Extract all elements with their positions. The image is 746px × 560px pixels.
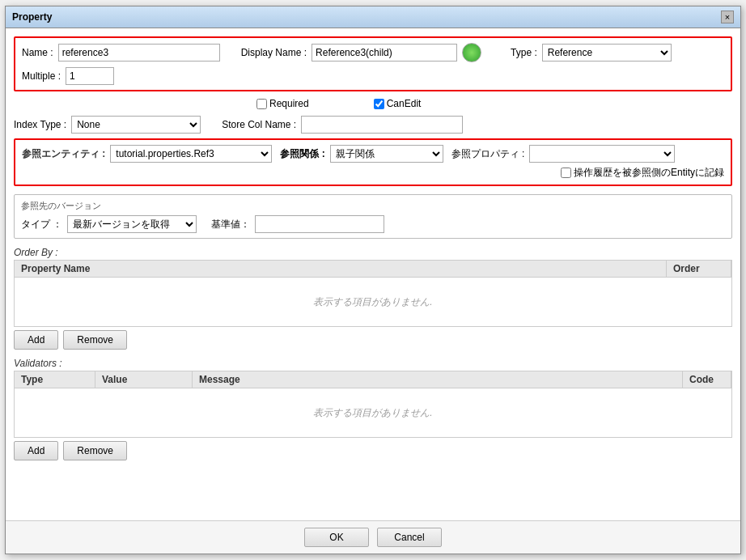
multiple-label: Multiple : [22, 70, 61, 82]
ref-relation-label: 参照関係 : [280, 147, 324, 161]
ref-entity-row: 参照エンティティ : tutorial.properties.Ref3 参照関係… [22, 145, 724, 163]
base-value-input[interactable] [255, 215, 384, 233]
validators-col-type: Type [15, 371, 95, 388]
type-select[interactable]: Reference String Integer Float Boolean [542, 44, 672, 62]
required-checkbox-container: Required [256, 98, 309, 109]
store-col-name-input[interactable] [301, 116, 463, 134]
reference-section: 参照エンティティ : tutorial.properties.Ref3 参照関係… [14, 138, 732, 186]
order-table: Property Name Order 表示する項目がありません. [14, 260, 732, 327]
ref-prop-select[interactable] [529, 145, 675, 163]
validators-remove-button[interactable]: Remove [63, 441, 127, 460]
validators-add-button[interactable]: Add [14, 441, 58, 460]
dialog-content: Name : Display Name : Type : Reference S… [6, 28, 740, 520]
validators-col-code: Code [683, 371, 731, 388]
required-checkbox[interactable] [256, 99, 267, 109]
order-empty-message: 表示する項目がありません. [313, 295, 432, 309]
version-section: 参照先のバージョン タイプ ： 最新バージョンを取得 特定バージョン 基準値： [14, 194, 732, 239]
name-type-section: Name : Display Name : Type : Reference S… [14, 36, 732, 91]
can-edit-label: CanEdit [387, 98, 422, 109]
validators-col-value: Value [95, 371, 193, 388]
name-label: Name : [22, 47, 53, 58]
order-remove-button[interactable]: Remove [63, 330, 127, 350]
order-col-order: Order [667, 261, 731, 277]
version-type-label: タイプ ： [21, 218, 62, 231]
name-input[interactable] [58, 44, 220, 62]
globe-button[interactable] [462, 43, 481, 62]
display-name-label: Display Name : [241, 47, 307, 58]
operation-history-row: 操作履歴を被参照側のEntityに記録 [22, 166, 724, 180]
validators-table-header: Type Value Message Code [15, 371, 731, 388]
order-btn-row: Add Remove [14, 330, 732, 350]
required-label: Required [269, 98, 309, 109]
order-add-button[interactable]: Add [14, 330, 58, 350]
options-row: Required CanEdit [14, 98, 732, 109]
ok-button[interactable]: OK [304, 528, 369, 547]
ref-prop-label: 参照プロパティ : [451, 147, 525, 161]
can-edit-checkbox[interactable] [374, 99, 384, 109]
multiple-input[interactable] [66, 67, 114, 85]
validators-table-body: 表示する項目がありません. [15, 388, 731, 437]
validators-empty-message: 表示する項目がありません. [313, 406, 432, 420]
base-value-label: 基準値： [211, 218, 250, 231]
display-name-input[interactable] [312, 44, 457, 62]
validators-table: Type Value Message Code 表示する項目がありません. [14, 371, 732, 438]
order-by-label: Order By : [14, 247, 732, 258]
store-col-name-label: Store Col Name : [222, 119, 296, 130]
title-bar: Property × [6, 6, 740, 28]
index-type-select[interactable]: None UNIQUE INDEX [71, 116, 201, 134]
operation-history-checkbox[interactable] [561, 168, 571, 178]
dialog-footer: OK Cancel [6, 520, 740, 554]
ref-entity-select[interactable]: tutorial.properties.Ref3 [110, 145, 272, 163]
validators-btn-row: Add Remove [14, 441, 732, 460]
operation-history-container: 操作履歴を被参照側のEntityに記録 [561, 166, 724, 180]
version-type-select[interactable]: 最新バージョンを取得 特定バージョン [67, 215, 197, 233]
cancel-button[interactable]: Cancel [377, 528, 442, 547]
dialog-title: Property [12, 11, 52, 23]
type-label: Type : [511, 47, 537, 58]
close-button[interactable]: × [721, 11, 734, 23]
order-table-body: 表示する項目がありません. [15, 278, 731, 326]
ref-entity-label: 参照エンティティ : [22, 147, 105, 161]
validators-col-message: Message [193, 371, 683, 388]
ref-relation-select[interactable]: 親子関係 参照 [330, 145, 443, 163]
property-dialog: Property × Name : Display Name : Type : … [5, 6, 741, 554]
version-row: タイプ ： 最新バージョンを取得 特定バージョン 基準値： [21, 215, 725, 233]
multiple-row: Multiple : [22, 67, 724, 85]
order-table-header: Property Name Order [15, 261, 731, 278]
operation-history-label: 操作履歴を被参照側のEntityに記録 [574, 166, 724, 180]
index-store-row: Index Type : None UNIQUE INDEX Store Col… [14, 116, 732, 134]
name-display-type-row: Name : Display Name : Type : Reference S… [22, 43, 724, 62]
order-by-section: Order By : Property Name Order 表示する項目があり… [14, 247, 732, 350]
version-section-title: 参照先のバージョン [21, 200, 725, 212]
can-edit-checkbox-container: CanEdit [374, 98, 422, 109]
order-col-property-name: Property Name [15, 261, 667, 277]
index-type-label: Index Type : [14, 119, 66, 130]
validators-label: Validators : [14, 358, 732, 369]
validators-section: Validators : Type Value Message Code 表示す… [14, 358, 732, 460]
